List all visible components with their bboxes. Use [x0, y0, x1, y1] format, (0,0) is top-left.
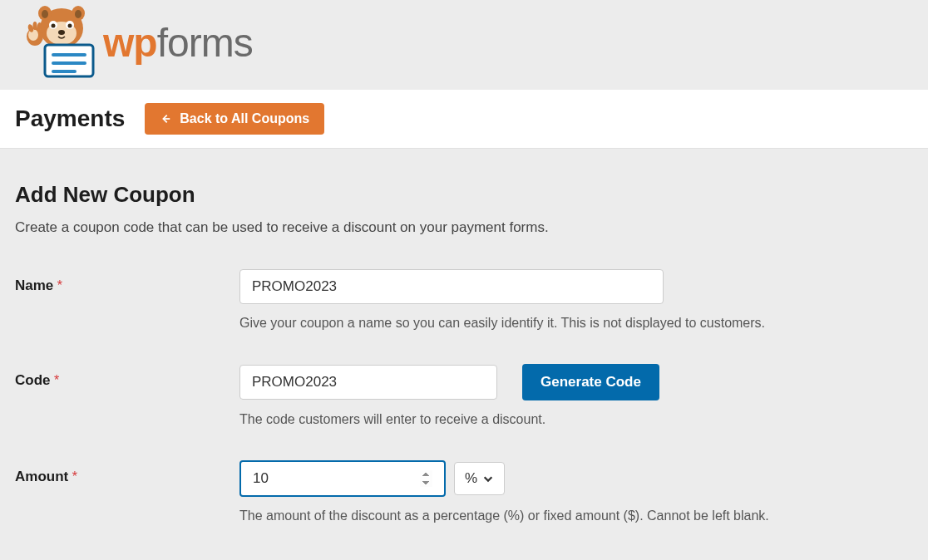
code-row: Code * Generate Code The code customers …: [15, 364, 913, 427]
svg-rect-14: [52, 70, 77, 73]
section-title: Add New Coupon: [15, 182, 913, 208]
logo-suffix: forms: [157, 21, 253, 65]
svg-point-4: [75, 10, 81, 18]
amount-label: Amount: [15, 469, 68, 484]
required-marker: *: [57, 278, 62, 292]
amount-unit-select[interactable]: %: [454, 462, 505, 495]
generate-code-button[interactable]: Generate Code: [522, 364, 659, 400]
back-to-all-coupons-button[interactable]: Back to All Coupons: [145, 103, 324, 135]
content-area: Add New Coupon Create a coupon code that…: [0, 149, 928, 560]
code-help-text: The code customers will enter to receive…: [239, 412, 913, 427]
page-title: Payments: [15, 106, 125, 132]
svg-point-18: [33, 22, 37, 30]
svg-point-8: [52, 24, 56, 28]
wpforms-mascot-icon: [15, 5, 98, 80]
back-button-label: Back to All Coupons: [180, 111, 309, 126]
required-marker: *: [54, 373, 59, 387]
name-input[interactable]: [239, 269, 664, 304]
logo-prefix: wp: [103, 21, 157, 65]
svg-rect-12: [52, 53, 86, 56]
section-description: Create a coupon code that can be used to…: [15, 219, 913, 236]
svg-point-3: [42, 10, 48, 18]
arrow-left-icon: [160, 113, 171, 125]
name-label: Name: [15, 278, 53, 293]
code-input[interactable]: [239, 365, 497, 400]
code-label: Code: [15, 372, 51, 388]
name-help-text: Give your coupon a name so you can easil…: [239, 316, 913, 331]
svg-point-10: [58, 30, 65, 35]
wpforms-logo-text: wpforms: [103, 20, 253, 66]
chevron-down-icon: [482, 473, 494, 484]
amount-unit-label: %: [465, 470, 477, 487]
amount-row: Amount * % The amount of the discount as…: [15, 460, 913, 523]
svg-point-9: [68, 24, 72, 28]
svg-rect-13: [52, 61, 86, 65]
required-marker: *: [72, 469, 77, 484]
amount-help-text: The amount of the discount as a percenta…: [239, 508, 913, 523]
name-row: Name * Give your coupon a name so you ca…: [15, 269, 913, 331]
header-bar: Payments Back to All Coupons: [0, 90, 928, 149]
logo-area: wpforms: [0, 0, 928, 90]
amount-input[interactable]: [239, 460, 446, 497]
